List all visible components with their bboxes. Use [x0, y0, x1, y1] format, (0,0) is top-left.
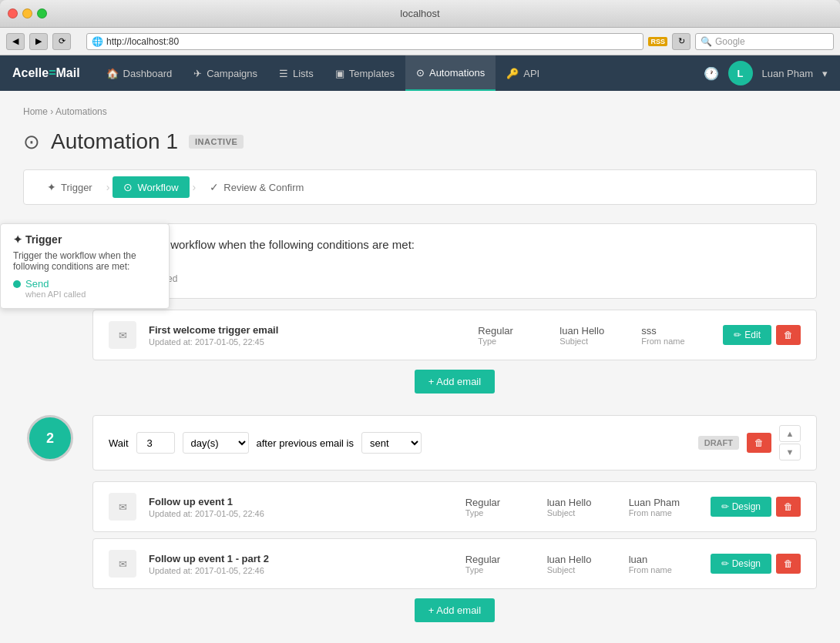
- page-title: Automation 1: [51, 129, 178, 154]
- nav-lists[interactable]: ☰ Lists: [268, 55, 324, 91]
- email-type-3: Regular Type: [465, 554, 535, 574]
- browser-bar: ◀ ▶ ⟳ 🌐 http://localhost:80 RSS ↻ 🔍 Goog…: [0, 28, 840, 55]
- email-row-1: ✉ First welcome trigger email Updated at…: [92, 310, 817, 360]
- wait-row: Wait day(s) week(s) month(s) after previ…: [92, 415, 817, 471]
- nav-right: 🕐 L Luan Pham ▾: [704, 61, 828, 85]
- nav-automations[interactable]: ⊙ Automations: [405, 55, 496, 91]
- minimize-button[interactable]: [22, 8, 32, 18]
- trigger-icon-tooltip: ✦: [13, 233, 25, 246]
- email-from-1: sss From name: [641, 325, 711, 346]
- forward-button[interactable]: ▶: [29, 33, 48, 50]
- close-button[interactable]: [8, 8, 18, 18]
- step-trigger[interactable]: ✦ Trigger: [36, 176, 103, 198]
- pencil-icon-3: ✏: [721, 558, 729, 569]
- after-label: after previous email is: [257, 437, 354, 449]
- title-bar: localhost: [0, 0, 840, 28]
- email-actions-2: ✏ Design 🗑: [711, 497, 801, 517]
- tooltip-title: ✦ Trigger: [13, 233, 156, 246]
- step1-container: 1 ✦ Trigger Trigger the workflow when th…: [23, 223, 817, 403]
- email-type-value-1: Regular: [478, 325, 547, 337]
- pencil-icon-2: ✏: [721, 501, 729, 512]
- steps-nav: ✦ Trigger › ⊙ Workflow › ✓ Review & Conf…: [23, 169, 817, 205]
- day-select[interactable]: day(s) week(s) month(s): [183, 432, 249, 454]
- email-from-label-2: From name: [629, 508, 698, 517]
- order-buttons: ▲ ▼: [779, 425, 801, 460]
- api-icon: 🔑: [506, 68, 519, 79]
- tooltip-option: Send: [13, 278, 156, 290]
- step-review-label: Review & Confirm: [223, 182, 304, 193]
- avatar: L: [728, 61, 753, 85]
- refresh-button[interactable]: ⟳: [52, 33, 71, 50]
- email-subject-label-3: Subject: [547, 565, 617, 574]
- design-button-1[interactable]: ✏ Design: [711, 497, 771, 517]
- email-name-1: First welcome trigger email: [149, 324, 465, 336]
- delete-button-2[interactable]: 🗑: [776, 497, 801, 517]
- automation-icon: ⊙: [23, 130, 40, 154]
- email-actions-3: ✏ Design 🗑: [711, 554, 801, 574]
- email-from-label-1: From name: [641, 337, 711, 346]
- delete-button-3[interactable]: 🗑: [776, 554, 801, 574]
- user-dropdown-icon[interactable]: ▾: [822, 68, 828, 79]
- tooltip-dot-label: Send: [25, 278, 49, 290]
- maximize-button[interactable]: [37, 8, 47, 18]
- breadcrumb: Home › Automations: [23, 106, 817, 117]
- email-name-3: Follow up event 1 - part 2: [149, 553, 453, 564]
- step-arrow-1: ›: [106, 181, 110, 193]
- nav-templates[interactable]: ▣ Templates: [324, 55, 405, 91]
- email-subject-1: luan Hello Subject: [559, 325, 629, 346]
- templates-icon: ▣: [335, 68, 344, 79]
- nav-dashboard[interactable]: 🏠 Dashboard: [96, 55, 183, 91]
- add-email-btn-2[interactable]: + Add email: [415, 598, 495, 622]
- sent-select[interactable]: sent opened clicked: [361, 432, 422, 454]
- trigger-tooltip: ✦ Trigger Trigger the workflow when the …: [0, 223, 170, 309]
- refresh-icon[interactable]: ↻: [672, 33, 690, 50]
- order-down-button[interactable]: ▼: [779, 444, 801, 460]
- email-name-2: Follow up event 1: [149, 496, 453, 507]
- email-subject-label-1: Subject: [559, 337, 629, 346]
- user-name[interactable]: Luan Pham: [762, 68, 814, 79]
- tooltip-sub: when API called: [25, 290, 156, 299]
- email-type-value-3: Regular: [465, 554, 535, 565]
- nav-api-label: API: [523, 68, 539, 79]
- email-info-3: Follow up event 1 - part 2 Updated at: 2…: [149, 553, 453, 575]
- trigger-dot-tooltip: [13, 280, 21, 288]
- edit-button-1[interactable]: ✏ Edit: [723, 325, 771, 345]
- email-info-1: First welcome trigger email Updated at: …: [149, 324, 465, 347]
- workflow-icon: ⊙: [123, 181, 133, 193]
- email-from-value-2: Luan Pham: [629, 497, 698, 508]
- nav-api[interactable]: 🔑 API: [496, 55, 550, 91]
- search-bar[interactable]: 🔍 Google: [695, 33, 834, 50]
- add-email-btn-1[interactable]: + Add email: [415, 370, 495, 394]
- trigger-icon: ✦: [47, 181, 56, 193]
- email-icon-1: ✉: [109, 321, 136, 349]
- search-icon: 🔍: [701, 36, 712, 47]
- step-review[interactable]: ✓ Review & Confirm: [199, 176, 314, 198]
- globe-icon: 🌐: [92, 36, 103, 47]
- lists-icon: ☰: [279, 68, 288, 79]
- email-type-value-2: Regular: [465, 497, 535, 508]
- history-icon[interactable]: 🕐: [704, 66, 719, 81]
- email-date-1: Updated at: 2017-01-05, 22:45: [149, 337, 465, 347]
- design-button-2[interactable]: ✏ Design: [711, 554, 771, 574]
- email-subject-value-3: luan Hello: [547, 554, 617, 565]
- nav-campaigns[interactable]: ✈ Campaigns: [183, 55, 268, 91]
- email-actions-1: ✏ Edit 🗑: [723, 325, 801, 345]
- step-workflow[interactable]: ⊙ Workflow: [113, 176, 189, 198]
- back-button[interactable]: ◀: [6, 33, 25, 50]
- email-subject-value-1: luan Hello: [559, 325, 629, 337]
- delete-button-1[interactable]: 🗑: [776, 325, 801, 345]
- email-icon-3: ✉: [109, 550, 136, 578]
- wait-delete-button[interactable]: 🗑: [747, 433, 771, 453]
- window-controls: [8, 8, 47, 18]
- email-from-label-3: From name: [629, 565, 698, 574]
- breadcrumb-section[interactable]: Automations: [55, 106, 107, 117]
- order-up-button[interactable]: ▲: [779, 425, 801, 442]
- wait-input[interactable]: [136, 432, 175, 454]
- app-window: localhost ◀ ▶ ⟳ 🌐 http://localhost:80 RS…: [0, 0, 840, 643]
- breadcrumb-home[interactable]: Home: [23, 106, 48, 117]
- app-nav: Acelle=Mail 🏠 Dashboard ✈ Campaigns ☰ Li…: [0, 55, 840, 91]
- email-type-label-1: Type: [478, 337, 547, 346]
- address-bar[interactable]: 🌐 http://localhost:80: [86, 33, 643, 50]
- email-row-2: ✉ Follow up event 1 Updated at: 2017-01-…: [92, 481, 817, 532]
- status-badge: INACTIVE: [189, 135, 244, 149]
